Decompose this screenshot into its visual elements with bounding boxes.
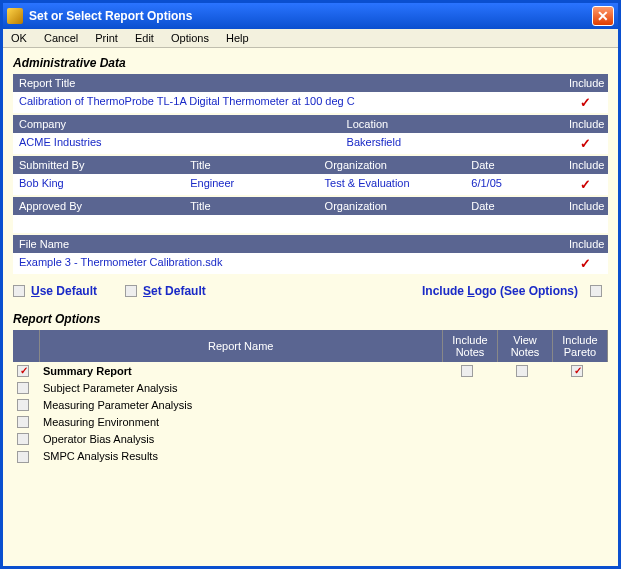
header-organization: Organization	[319, 156, 466, 174]
submitted-title-value[interactable]: Engineer	[184, 174, 318, 195]
report-title-include-check[interactable]: ✓	[563, 92, 608, 113]
approved-date-value[interactable]	[465, 215, 563, 233]
menubar: OK Cancel Print Edit Options Help	[3, 29, 618, 48]
header-date-2: Date	[465, 197, 563, 215]
report-row-label: Summary Report	[39, 362, 443, 379]
header-include-5: Include	[563, 235, 608, 253]
approved-org-value[interactable]	[319, 215, 466, 233]
header-company: Company	[13, 115, 341, 133]
content-area: Administrative Data Report Title Include…	[3, 48, 618, 566]
file-name-value[interactable]: Example 3 - Thermometer Calibration.sdk	[13, 253, 563, 274]
report-row-label: Measuring Environment	[39, 413, 443, 430]
col-view-notes: View Notes	[498, 330, 553, 362]
header-title-2: Title	[184, 197, 318, 215]
report-row[interactable]: Subject Parameter Analysis	[13, 379, 608, 396]
report-row-select-checkbox[interactable]	[17, 451, 29, 463]
header-title: Title	[184, 156, 318, 174]
report-row-label: Subject Parameter Analysis	[39, 379, 443, 396]
submitted-value-row: Bob King Engineer Test & Evaluation 6/1/…	[13, 174, 608, 195]
filename-value-row: Example 3 - Thermometer Calibration.sdk …	[13, 253, 608, 274]
company-include-check[interactable]: ✓	[563, 133, 608, 154]
report-row-select-checkbox[interactable]	[17, 382, 29, 394]
header-approved-by: Approved By	[13, 197, 184, 215]
report-row-label: SMPC Analysis Results	[39, 447, 443, 464]
report-options-table: Report Name Include Notes View Notes Inc…	[13, 330, 608, 465]
report-row[interactable]: Measuring Environment	[13, 413, 608, 430]
use-default-label[interactable]: Use Default	[31, 284, 97, 298]
menu-edit[interactable]: Edit	[135, 32, 154, 44]
report-row-select-checkbox[interactable]	[17, 365, 29, 377]
header-include-3: Include	[563, 156, 608, 174]
window-title: Set or Select Report Options	[29, 9, 592, 23]
header-organization-2: Organization	[319, 197, 466, 215]
inc-pareto-checkbox[interactable]	[571, 365, 583, 377]
header-date: Date	[465, 156, 563, 174]
location-value[interactable]: Bakersfield	[341, 133, 563, 154]
approved-by-value[interactable]	[13, 215, 184, 233]
filename-include-check[interactable]: ✓	[563, 253, 608, 274]
close-button[interactable]: ✕	[592, 6, 614, 26]
report-row-select-checkbox[interactable]	[17, 433, 29, 445]
report-table-header: Report Name Include Notes View Notes Inc…	[13, 330, 608, 362]
header-include-2: Include	[563, 115, 608, 133]
company-header-row: Company Location Include	[13, 115, 608, 133]
filename-header-row: File Name Include	[13, 235, 608, 253]
menu-options[interactable]: Options	[171, 32, 209, 44]
set-default-checkbox[interactable]	[125, 285, 137, 297]
col-include-notes: Include Notes	[443, 330, 498, 362]
report-row[interactable]: SMPC Analysis Results	[13, 447, 608, 464]
submitted-org-value[interactable]: Test & Evaluation	[319, 174, 466, 195]
menu-help[interactable]: Help	[226, 32, 249, 44]
menu-print[interactable]: Print	[95, 32, 118, 44]
report-row-select-checkbox[interactable]	[17, 399, 29, 411]
inc-notes-checkbox[interactable]	[461, 365, 473, 377]
report-row[interactable]: Operator Bias Analysis	[13, 430, 608, 447]
header-include-4: Include	[563, 197, 608, 215]
col-include-pareto: Include Pareto	[553, 330, 608, 362]
dialog-window: Set or Select Report Options ✕ OK Cancel…	[0, 0, 621, 569]
set-default-label[interactable]: Set Default	[143, 284, 206, 298]
report-row[interactable]: Measuring Parameter Analysis	[13, 396, 608, 413]
submitted-include-check[interactable]: ✓	[563, 174, 608, 195]
report-title-header-row: Report Title Include	[13, 74, 608, 92]
company-value[interactable]: ACME Industries	[13, 133, 341, 154]
menu-ok[interactable]: OK	[11, 32, 27, 44]
app-icon	[7, 8, 23, 24]
admin-section-title: Administrative Data	[13, 56, 608, 70]
report-row[interactable]: Summary Report	[13, 362, 608, 379]
report-row-label: Operator Bias Analysis	[39, 430, 443, 447]
header-report-title: Report Title	[13, 74, 563, 92]
header-location: Location	[341, 115, 563, 133]
report-title-value[interactable]: Calibration of ThermoProbe TL-1A Digital…	[13, 92, 563, 113]
header-submitted-by: Submitted By	[13, 156, 184, 174]
view-notes-checkbox[interactable]	[516, 365, 528, 377]
use-default-checkbox[interactable]	[13, 285, 25, 297]
titlebar: Set or Select Report Options ✕	[3, 3, 618, 29]
submitted-header-row: Submitted By Title Organization Date Inc…	[13, 156, 608, 174]
approved-include-check[interactable]	[563, 215, 608, 233]
approved-value-row	[13, 215, 608, 233]
menu-cancel[interactable]: Cancel	[44, 32, 78, 44]
report-title-value-row: Calibration of ThermoProbe TL-1A Digital…	[13, 92, 608, 113]
report-row-select-checkbox[interactable]	[17, 416, 29, 428]
include-logo-checkbox[interactable]	[590, 285, 602, 297]
col-select	[13, 330, 39, 362]
approved-header-row: Approved By Title Organization Date Incl…	[13, 197, 608, 215]
submitted-by-value[interactable]: Bob King	[13, 174, 184, 195]
header-file-name: File Name	[13, 235, 563, 253]
company-value-row: ACME Industries Bakersfield ✓	[13, 133, 608, 154]
submitted-date-value[interactable]: 6/1/05	[465, 174, 563, 195]
approved-title-value[interactable]	[184, 215, 318, 233]
options-row: Use Default Set Default Include Logo (Se…	[13, 284, 608, 298]
header-include: Include	[563, 74, 608, 92]
include-logo-label[interactable]: Include Logo (See Options)	[422, 284, 578, 298]
report-row-label: Measuring Parameter Analysis	[39, 396, 443, 413]
col-report-name: Report Name	[39, 330, 443, 362]
report-options-section-title: Report Options	[13, 312, 608, 326]
